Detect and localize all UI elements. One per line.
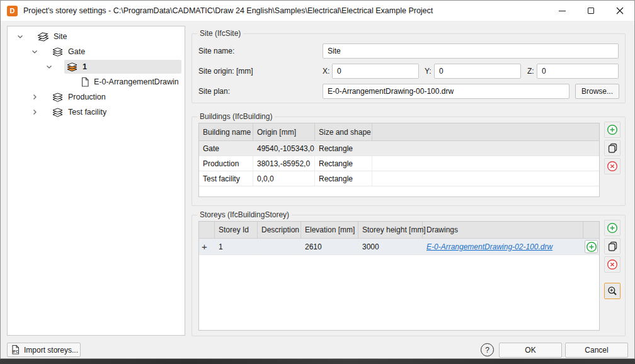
tree-item-storey-1[interactable]: 1: [8, 59, 185, 74]
building-name-cell[interactable]: Test facility: [199, 171, 253, 186]
column-header[interactable]: Storey height [mm]: [358, 222, 423, 238]
table-row[interactable]: Test facility 0,0,0 Rectangle: [199, 171, 599, 186]
z-label: Z:: [527, 64, 534, 79]
browse-button[interactable]: Browse...: [575, 84, 619, 99]
window-controls: [547, 1, 634, 21]
column-header[interactable]: Size and shape: [315, 123, 372, 140]
column-header-filler: [583, 222, 599, 238]
delete-building-button[interactable]: [604, 158, 621, 174]
building-name-cell[interactable]: Gate: [199, 141, 253, 156]
chevron-right-icon[interactable]: [30, 107, 40, 117]
building-stack-icon: [52, 92, 64, 103]
chevron-spacer: [59, 77, 69, 87]
expand-row-button[interactable]: +: [199, 239, 215, 254]
tree-item-site[interactable]: Site: [8, 29, 185, 44]
origin-cell[interactable]: 49540,-105343,0: [253, 141, 315, 156]
minimize-button[interactable]: [547, 1, 576, 21]
desktop-background-strip: [0, 359, 635, 364]
table-row[interactable]: Gate 49540,-105343,0 Rectangle: [199, 141, 599, 156]
storey-id-cell[interactable]: 1: [215, 239, 258, 254]
shape-cell[interactable]: Rectangle: [315, 141, 372, 156]
window-title: Project's storey settings - C:\ProgramDa…: [23, 6, 433, 15]
tree-item-production[interactable]: Production: [8, 89, 185, 105]
import-storeys-button[interactable]: Import storeys...: [7, 343, 81, 357]
delete-storey-button[interactable]: [604, 256, 621, 273]
buildings-group: Buildings (IfcBuilding) Building name Or…: [192, 117, 626, 206]
tree-item-label: Site: [54, 32, 67, 41]
chevron-down-icon[interactable]: [30, 47, 40, 57]
chevron-down-icon[interactable]: [44, 62, 54, 72]
storeys-table-header: Storey Id Description Elevation [mm] Sto…: [199, 222, 599, 239]
x-label: X:: [323, 64, 329, 79]
plus-circle-icon: [607, 222, 618, 234]
tree-item-label: Production: [68, 93, 106, 101]
column-header[interactable]: Building name: [199, 123, 253, 140]
storeys-table: Storey Id Description Elevation [mm] Sto…: [198, 221, 600, 331]
origin-cell[interactable]: 0,0,0: [253, 171, 315, 186]
site-origin-label: Site origin: [mm]: [198, 64, 253, 79]
help-button[interactable]: ?: [481, 343, 494, 356]
column-header[interactable]: Drawings: [423, 222, 583, 238]
zoom-to-storey-button[interactable]: [604, 283, 621, 299]
storey-stack-active-icon: [66, 62, 78, 72]
copy-building-button[interactable]: [604, 140, 621, 156]
copy-storey-button[interactable]: [604, 238, 621, 254]
maximize-button[interactable]: [576, 1, 605, 21]
site-tree-panel: Site Gate 1 E-0-ArrangementDrawin... Pro…: [7, 26, 185, 336]
x-circle-icon: [607, 259, 618, 270]
description-cell[interactable]: [258, 239, 301, 254]
site-name-field[interactable]: [323, 43, 619, 59]
x-field[interactable]: [332, 64, 419, 79]
column-header-filler: [372, 123, 599, 140]
expand-column-header: [199, 222, 215, 238]
tree-item-label: Test facility: [68, 108, 106, 117]
tree-item-drawing[interactable]: E-0-ArrangementDrawin...: [8, 74, 185, 89]
tree-item-label: E-0-ArrangementDrawin...: [94, 77, 178, 86]
building-name-cell[interactable]: Production: [199, 156, 253, 171]
shape-cell[interactable]: Rectangle: [315, 171, 372, 186]
column-header[interactable]: Storey Id: [215, 222, 258, 238]
tree-item-gate[interactable]: Gate: [8, 44, 185, 59]
site-group-legend: Site (IfcSite): [197, 29, 243, 38]
titlebar: D Project's storey settings - C:\Program…: [1, 1, 634, 21]
magnifier-plus-icon: [607, 286, 617, 296]
column-header[interactable]: Description: [258, 222, 301, 238]
tree-item-label: Gate: [68, 47, 85, 56]
origin-cell[interactable]: 38013,-85952,0: [253, 156, 315, 171]
chevron-right-icon[interactable]: [30, 92, 40, 102]
ok-button[interactable]: OK: [499, 343, 562, 358]
storeys-group: Storeys (IfcBuildingStorey) Storey Id De…: [192, 215, 626, 336]
cell-filler: [372, 141, 599, 156]
site-name-label: Site name:: [198, 43, 234, 59]
close-button[interactable]: [605, 1, 634, 21]
tree-item-test-facility[interactable]: Test facility: [8, 105, 185, 120]
cancel-button[interactable]: Cancel: [565, 343, 628, 358]
column-header[interactable]: Origin [mm]: [253, 123, 315, 140]
storey-row[interactable]: + 1 2610 3000 E-0-ArrangementDrawing-02-…: [199, 239, 599, 255]
ifc-file-icon: [11, 344, 20, 355]
storey-settings-dialog: D Project's storey settings - C:\Program…: [0, 0, 635, 359]
z-field[interactable]: [537, 64, 619, 79]
drawings-cell: E-0-ArrangementDrawing-02-100.drw: [423, 239, 583, 254]
column-header[interactable]: Elevation [mm]: [301, 222, 358, 238]
add-drawing-button[interactable]: [585, 240, 598, 253]
row-action-cell: [583, 239, 599, 254]
close-icon: [616, 7, 624, 14]
add-building-button[interactable]: [604, 122, 621, 138]
drawing-link[interactable]: E-0-ArrangementDrawing-02-100.drw: [426, 242, 552, 251]
table-row[interactable]: Production 38013,-85952,0 Rectangle: [199, 156, 599, 171]
x-circle-icon: [607, 161, 618, 172]
site-plan-label: Site plan:: [198, 84, 230, 99]
building-stack-icon: [52, 107, 64, 118]
site-icon: [37, 31, 49, 42]
site-plan-field[interactable]: [323, 84, 569, 99]
y-field[interactable]: [434, 64, 521, 79]
elevation-cell[interactable]: 2610: [301, 239, 358, 254]
cell-filler: [372, 156, 599, 171]
plus-circle-icon: [586, 241, 597, 253]
shape-cell[interactable]: Rectangle: [315, 156, 372, 171]
chevron-down-icon[interactable]: [15, 31, 25, 42]
storey-height-cell[interactable]: 3000: [358, 239, 423, 254]
plus-icon: +: [202, 241, 207, 252]
add-storey-button[interactable]: [604, 220, 621, 236]
